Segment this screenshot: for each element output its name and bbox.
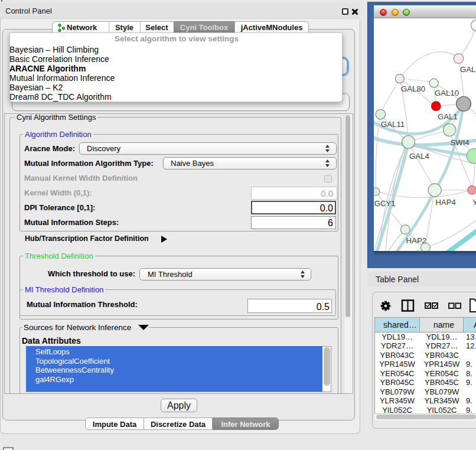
svg-text:GAL4: GAL4	[409, 152, 429, 161]
svg-text:GAL7: GAL7	[460, 65, 476, 74]
svg-text:SWI4: SWI4	[450, 138, 469, 147]
svg-text:GAL1: GAL1	[438, 112, 458, 121]
svg-text:HAP2: HAP2	[406, 236, 426, 245]
svg-text:YJ: YJ	[472, 198, 476, 207]
svg-text:GCY1: GCY1	[374, 199, 396, 208]
svg-text:GAL80: GAL80	[401, 84, 425, 93]
svg-text:HAP4: HAP4	[436, 198, 456, 207]
svg-text:GAL11: GAL11	[381, 120, 405, 129]
svg-text:GAL10: GAL10	[435, 89, 459, 97]
